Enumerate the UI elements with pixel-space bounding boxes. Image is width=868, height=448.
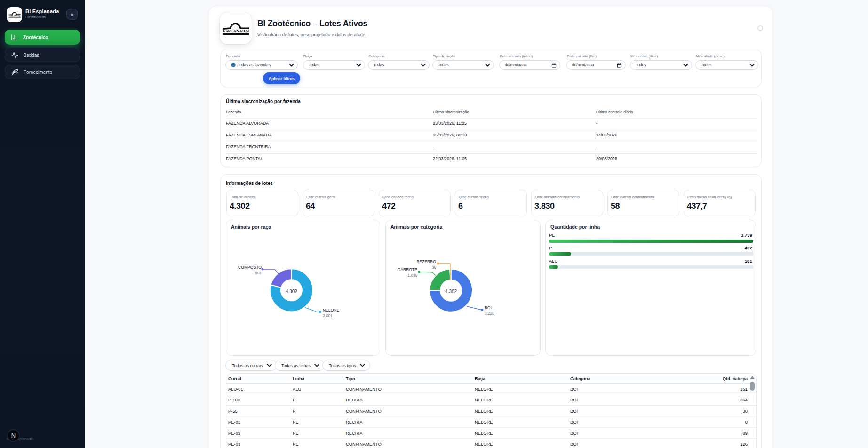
svg-text:BEZERRO: BEZERRO (416, 259, 436, 264)
svg-text:NELORE: NELORE (323, 308, 340, 312)
svg-text:3.401: 3.401 (323, 314, 333, 318)
svg-text:4.302: 4.302 (286, 289, 297, 294)
svg-text:901: 901 (255, 271, 262, 275)
svg-text:COMPOSTO: COMPOSTO (238, 265, 262, 270)
svg-text:BOI: BOI (485, 305, 492, 310)
svg-text:36: 36 (432, 265, 437, 270)
svg-text:GARROTE: GARROTE (398, 267, 418, 272)
svg-text:3.228: 3.228 (485, 312, 494, 316)
svg-text:1.038: 1.038 (408, 273, 418, 278)
svg-text:ESPLANAD@: ESPLANAD@ (223, 29, 249, 33)
svg-text:4.302: 4.302 (445, 289, 457, 294)
svg-text:ESPLANAD@: ESPLANAD@ (8, 15, 20, 17)
